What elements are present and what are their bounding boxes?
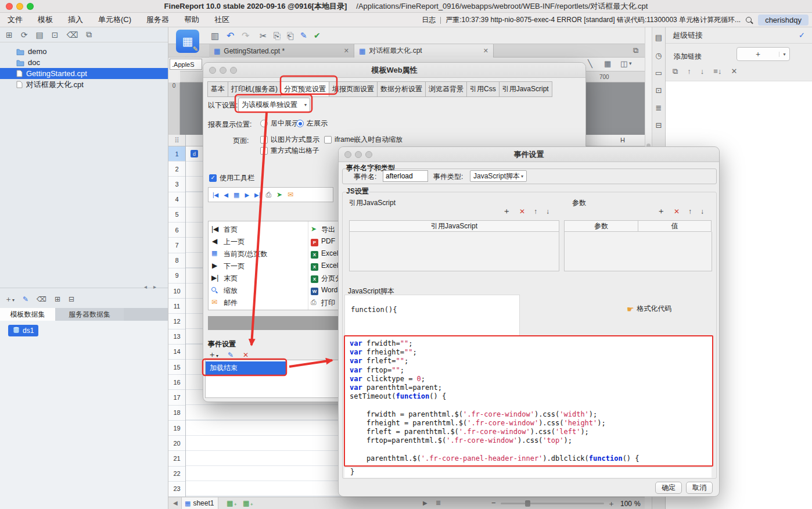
refresh-icon[interactable]: ⟳	[21, 30, 28, 40]
copy-file-icon[interactable]: ⧉	[86, 30, 92, 40]
component-icon[interactable]: ⊡	[652, 86, 665, 95]
confirm-check-icon[interactable]: ✓	[799, 31, 805, 40]
add-dataset-button[interactable]: ＋▾	[5, 294, 15, 304]
grid-row-header[interactable]: 4	[168, 192, 185, 207]
add-grid-sheet-icon[interactable]: ▦＋	[227, 499, 238, 507]
code-closing-line[interactable]: }	[344, 468, 712, 478]
grid-row-header[interactable]: 17	[168, 390, 185, 405]
column-header-h[interactable]: H	[620, 137, 625, 144]
grid-row-header[interactable]: 23	[168, 482, 185, 497]
move-up-icon[interactable]: ↑	[687, 67, 691, 76]
toolbar-item-row[interactable]: ✉邮件 ⎙打印	[209, 296, 339, 309]
template-datasource-icon[interactable]: ▦ ✎	[176, 30, 199, 53]
next-page-icon[interactable]: ▶	[245, 192, 249, 198]
checkbox-repeat-output[interactable]: 重方式输出格子	[260, 146, 319, 156]
tab-printer[interactable]: 打印机(服务器)	[228, 81, 281, 97]
tab-basic[interactable]: 基本	[207, 81, 228, 97]
undo-icon[interactable]: ↶	[227, 30, 234, 41]
fill-color-icon[interactable]: ▦	[604, 59, 611, 68]
import-js-table[interactable]: 引用JavaScript	[349, 220, 559, 271]
event-item-afterload[interactable]: 加载结束	[206, 361, 286, 375]
move-up-icon[interactable]: ↑	[534, 207, 537, 216]
toolbar-item-row[interactable]: |◀首页 ➤导出	[209, 223, 339, 235]
close-tab-icon[interactable]: ✕	[483, 47, 488, 55]
sheet-tab[interactable]: ▦ sheet1	[181, 497, 218, 509]
delete-param-icon[interactable]: ✕	[674, 207, 680, 216]
copy-link-icon[interactable]: ⧉	[673, 67, 678, 76]
tab-form-page[interactable]: 填报页面设置	[329, 81, 378, 97]
paste-icon[interactable]: ⎗	[287, 31, 294, 41]
format-code-button[interactable]: ☛ 格式化代码	[627, 304, 672, 314]
checkbox-show-as-image[interactable]: 以图片方式显示	[260, 135, 319, 145]
sort-icon[interactable]: ≡↓	[713, 67, 721, 76]
checkbox-use-toolbar[interactable]: 使用工具栏	[209, 173, 254, 183]
tab-server-datasets[interactable]: 服务器数据集	[55, 308, 124, 321]
code-editor-annotated[interactable]: var frwidth="";var frheight="";var frlef…	[344, 335, 713, 467]
grid-row-header[interactable]: 18	[168, 406, 185, 421]
collapse-right-icon[interactable]: ▸	[153, 284, 156, 290]
cell-tag-marker[interactable]: d	[191, 150, 198, 157]
menu-item[interactable]: 帮助	[177, 15, 207, 25]
tab-pagination-preview[interactable]: 分页预览设置	[281, 81, 329, 97]
last-page-icon[interactable]: ▶|	[254, 192, 260, 198]
grid-row-header[interactable]: 20	[168, 436, 185, 451]
chevron-down-icon[interactable]: ▾	[629, 60, 632, 66]
edit-event-icon[interactable]: ✎	[228, 351, 233, 359]
toolbar-item-row[interactable]: ▦当前页/总页数 XExcel	[209, 248, 339, 260]
delete-dataset-icon[interactable]: ⌫	[37, 295, 46, 303]
print-icon[interactable]: ⎙	[265, 191, 271, 199]
search-icon[interactable]	[745, 16, 753, 24]
copy-icon[interactable]: ⎘	[274, 31, 281, 41]
collapse-left-icon[interactable]: ◂	[144, 284, 147, 290]
menu-item[interactable]: 服务器	[139, 15, 177, 25]
border-style-icon[interactable]: ◫	[620, 59, 627, 68]
grid-row-header[interactable]: 16	[168, 375, 185, 390]
edit-dataset-icon[interactable]: ✎	[23, 295, 28, 303]
list-panel-icon[interactable]: ≣	[652, 103, 665, 112]
zoom-slider-thumb[interactable]	[525, 500, 530, 507]
menu-item[interactable]: 单元格(C)	[91, 15, 139, 25]
toolbar-item-row[interactable]: 缩放 WWord	[209, 284, 339, 296]
tab-import-javascript[interactable]: 引用JavaScript	[499, 81, 552, 97]
add-js-icon[interactable]: ＋	[502, 206, 511, 217]
grid-row-header[interactable]: 13	[168, 329, 185, 345]
log-label[interactable]: 日志	[422, 15, 436, 25]
format-painter-icon[interactable]: ✎	[300, 31, 307, 40]
more-panel-icon[interactable]: ⊟	[652, 121, 665, 130]
tab-browser-background[interactable]: 浏览器背景	[425, 81, 467, 97]
config-dataset-icon[interactable]: ⊟	[69, 295, 74, 303]
tab-template-datasets[interactable]: 模板数据集	[0, 308, 55, 321]
move-up-icon[interactable]: ↑	[688, 207, 692, 216]
menu-item[interactable]: 模板	[30, 15, 60, 25]
minimize-dialog-icon[interactable]	[220, 67, 227, 74]
zoom-dialog-icon[interactable]	[365, 151, 372, 158]
delete-link-ic[interactable]: ✕	[731, 67, 737, 76]
grid-row-header[interactable]: 9	[168, 268, 185, 284]
radio-left-display[interactable]: 左展示	[296, 119, 328, 128]
add-event-button[interactable]: ＋▾	[208, 350, 218, 360]
menu-item[interactable]: 文件	[0, 15, 30, 25]
zoom-dialog-icon[interactable]	[230, 67, 237, 74]
grid-row-header[interactable]: 22	[168, 467, 185, 482]
prev-sheet-icon[interactable]: ◀	[173, 500, 178, 506]
add-param-icon[interactable]: ＋	[657, 206, 665, 217]
grid-row-header[interactable]: 2	[168, 162, 185, 177]
close-dialog-icon[interactable]	[344, 151, 351, 158]
radio-center-display[interactable]: 居中展示	[260, 119, 299, 128]
grid-row-header[interactable]: 12	[168, 314, 185, 329]
toolbar-item-row[interactable]: ▶下一页 XExcel	[209, 260, 339, 272]
history-icon[interactable]: ◷	[652, 51, 665, 60]
tab-gettingstarted[interactable]: ▦ GettingStarted.cpt * ✕	[209, 44, 354, 58]
move-down-icon[interactable]: ↓	[700, 207, 704, 216]
first-page-icon[interactable]: |◀	[213, 192, 218, 198]
select-all-corner[interactable]: ⠿	[168, 135, 186, 146]
preview-dataset-icon[interactable]: ⊞	[55, 295, 60, 303]
delete-file-icon[interactable]: ⌫	[66, 30, 78, 40]
move-down-icon[interactable]: ↓	[546, 207, 549, 216]
close-window-icon[interactable]	[6, 3, 13, 10]
toolbar-item-row[interactable]: ◀上一页 PPDF	[209, 235, 339, 248]
zoom-in-icon[interactable]: ＋	[608, 499, 615, 509]
close-dialog-icon[interactable]	[209, 67, 216, 74]
cut-icon[interactable]: ✂	[260, 31, 267, 41]
add-chart-sheet-icon[interactable]: ▦＋	[243, 499, 254, 507]
